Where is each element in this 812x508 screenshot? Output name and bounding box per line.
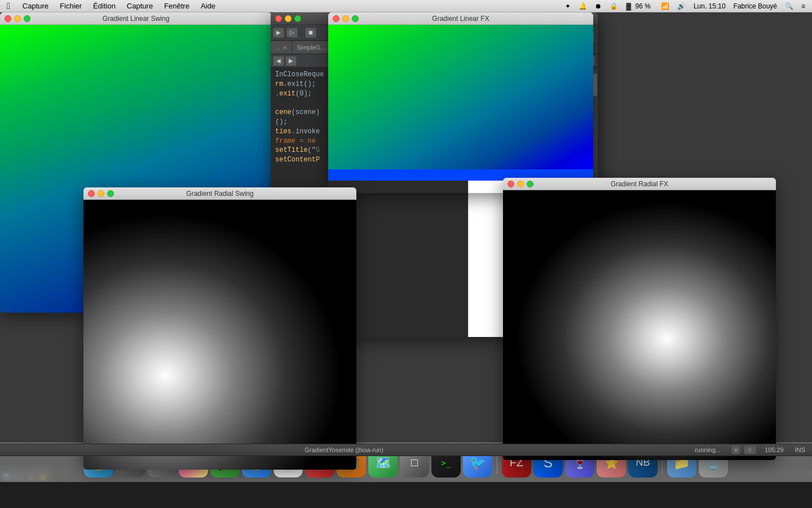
menu-edition[interactable]: Édition [87,0,121,12]
fullscreen-button[interactable] [24,15,30,22]
menu-extra-1: 🔒 [607,2,620,10]
battery-icon: ▓ 96 % [624,2,655,10]
status-running: running... [688,446,727,453]
ide-tab-1-close[interactable]: ✕ [283,45,287,51]
notification-icon: 🔔 [576,2,589,10]
apple-menu[interactable]:  [0,0,17,12]
radial-fx-fullscreen-button[interactable] [527,181,533,187]
radial-fx-canvas [503,190,776,460]
fx-close-button[interactable] [333,15,339,22]
menu-aide[interactable]: Aide [195,0,221,12]
fx-minimize-button[interactable] [342,15,349,22]
menu-fenetre[interactable]: Fenêtre [158,0,195,12]
menu-capture[interactable]: Capture [121,0,158,12]
ide-forward-btn[interactable]: ▶ [285,56,297,66]
spotlight-icon[interactable]: 🔍 [783,2,796,10]
record-icon: ⏺ [593,2,604,10]
ide-run2-btn[interactable]: ▷ [286,28,298,38]
status-time: 105:29 [760,446,788,453]
menubar:  Capture Fichier Édition Capture Fenêtr… [0,0,812,12]
ide-stop-btn[interactable]: ⏹ [305,28,316,38]
status-num-btn[interactable]: ① [744,446,756,454]
window-radial-fx: Gradient Radial FX [503,178,776,460]
titlebar-linear-fx[interactable]: Gradient Linear FX [328,12,593,25]
clock: Lun. 15:10 [691,2,728,10]
ide-tab-1-label: ... [275,44,280,51]
desktop: Gradient Linear Swing NetBeans IDE ▶ ▷ ⏹… [0,12,812,482]
username: Fabrice Bouyé [731,2,779,10]
ide-fullscreen-button[interactable] [294,15,301,22]
radial-close-button[interactable] [88,190,95,197]
status-project: GradientYosemite (jfxsa-run) [5,446,683,453]
minimize-button[interactable] [14,15,21,22]
window-linear-fx: Gradient Linear FX [328,12,593,193]
titlebar-radial-fx[interactable]: Gradient Radial FX [503,178,776,190]
statusbar: GradientYosemite (jfxsa-run) running... … [0,444,812,456]
ide-tab-1[interactable]: ... ✕ [271,41,292,54]
radial-fx-close-button[interactable] [508,181,514,187]
window-title-linear-fx: Gradient Linear FX [328,15,593,23]
menu-capture-app[interactable]: Capture [17,0,54,12]
status-mode: INS [793,446,807,453]
ide-tab-2-label: SimpleG... [297,44,325,51]
dropbox-icon: ✦ [563,2,573,10]
fx-fullscreen-button[interactable] [352,15,359,22]
radial-swing-canvas [83,200,356,470]
status-stop-btn[interactable]: ✕ [732,446,740,454]
window-radial-swing: Gradient Radial Swing [83,187,356,470]
ide-back-btn[interactable]: ◀ [273,56,284,66]
window-title-radial-swing: Gradient Radial Swing [83,190,356,198]
volume-icon: 🔊 [675,2,688,10]
linear-fx-canvas [328,25,593,169]
radial-fullscreen-button[interactable] [107,190,114,197]
radial-fx-minimize-button[interactable] [517,181,524,187]
ide-run-btn[interactable]: ▶ [273,28,284,38]
window-title-radial-fx: Gradient Radial FX [503,180,776,188]
ide-close-button[interactable] [275,15,282,22]
close-button[interactable] [5,15,11,22]
radial-minimize-button[interactable] [98,190,104,197]
titlebar-radial-swing[interactable]: Gradient Radial Swing [83,187,356,200]
wifi-icon: 📶 [659,2,672,10]
ide-minimize-button[interactable] [285,15,292,22]
menu-fichier[interactable]: Fichier [54,0,87,12]
titlebar-linear-swing[interactable]: Gradient Linear Swing [0,12,272,25]
window-title-linear-swing: Gradient Linear Swing [0,15,272,23]
notification-center-icon[interactable]: ≡ [799,2,807,10]
ide-scrollbar-thumb[interactable] [593,73,597,96]
